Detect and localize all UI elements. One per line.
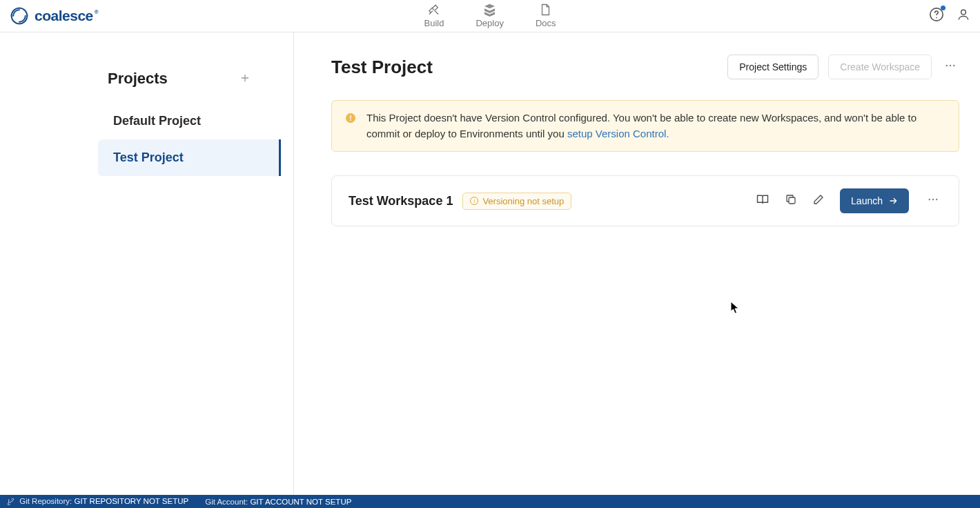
page-header: Test Project Project Settings Create Wor…: [331, 55, 959, 79]
project-list: Default Project Test Project: [98, 103, 281, 176]
body: Projects Default Project Test Project Te…: [0, 32, 980, 495]
header-actions: [929, 7, 970, 25]
svg-point-9: [936, 198, 937, 199]
setup-version-control-link[interactable]: setup Version Control.: [567, 128, 669, 139]
branch-icon: [7, 498, 14, 506]
alert-text: This Project doesn't have Version Contro…: [366, 110, 945, 141]
nav-docs-label: Docs: [536, 18, 556, 28]
workspace-name: Test Workspace 1: [349, 194, 453, 208]
svg-rect-6: [789, 197, 795, 204]
sidebar-item-default-project[interactable]: Default Project: [98, 103, 281, 139]
notification-dot: [941, 6, 945, 10]
launch-label: Launch: [851, 195, 883, 206]
warning-icon: !: [346, 113, 355, 123]
git-account-label: Git Account:: [205, 498, 250, 506]
logo[interactable]: coalesce: [10, 6, 93, 26]
workspace-card: Test Workspace 1 ! Versioning not setup …: [331, 175, 959, 226]
workspace-actions: Launch: [756, 188, 942, 213]
page-title: Test Project: [331, 57, 433, 78]
nav-deploy[interactable]: Deploy: [476, 3, 503, 28]
git-repo-label: Git Repository:: [19, 497, 74, 505]
nav-build-label: Build: [424, 18, 444, 28]
svg-point-5: [953, 64, 954, 66]
main-content: Test Project Project Settings Create Wor…: [294, 32, 980, 495]
sidebar-header: Projects: [108, 70, 281, 88]
nav-deploy-label: Deploy: [476, 18, 503, 28]
create-workspace-button: Create Workspace: [828, 55, 932, 79]
clock-icon: !: [470, 197, 478, 205]
git-account-value: GIT ACCOUNT NOT SETUP: [250, 498, 351, 506]
svg-point-2: [961, 10, 966, 14]
page-actions: Project Settings Create Workspace: [727, 55, 959, 79]
nav-build[interactable]: Build: [424, 3, 444, 28]
svg-point-7: [929, 198, 930, 199]
user-menu[interactable]: [957, 8, 970, 24]
book-open-icon: [756, 193, 770, 206]
add-project-button[interactable]: [239, 72, 253, 86]
brand-name: coalesce: [35, 8, 93, 24]
git-repo-status[interactable]: Git Repository: GIT REPOSITORY NOT SETUP: [7, 497, 188, 505]
project-more-menu[interactable]: [941, 57, 959, 78]
plus-icon: [239, 72, 251, 84]
version-control-warning: ! This Project doesn't have Version Cont…: [331, 100, 959, 152]
sidebar-title: Projects: [108, 70, 168, 88]
pencil-icon: [812, 193, 825, 206]
workspace-more-menu[interactable]: [924, 190, 942, 212]
project-settings-button[interactable]: Project Settings: [727, 55, 819, 79]
coalesce-icon: [10, 6, 29, 26]
sidebar-item-test-project[interactable]: Test Project: [98, 139, 281, 176]
workspace-status-badge: ! Versioning not setup: [462, 193, 571, 210]
user-icon: [957, 8, 970, 21]
docs-icon: [539, 3, 553, 17]
help-button[interactable]: [929, 7, 944, 25]
projects-sidebar: Projects Default Project Test Project: [0, 32, 294, 495]
workspace-badge-text: Versioning not setup: [482, 196, 564, 206]
top-nav: Build Deploy Docs: [424, 0, 556, 32]
duplicate-button[interactable]: [785, 193, 797, 208]
edit-button[interactable]: [812, 193, 825, 208]
app-header: coalesce Build Deploy Docs: [0, 0, 980, 32]
svg-point-3: [946, 64, 948, 66]
svg-point-1: [936, 17, 937, 19]
docs-view-button[interactable]: [756, 193, 770, 209]
more-horizontal-icon: [927, 193, 939, 206]
arrow-right-icon: [888, 196, 898, 206]
svg-point-8: [932, 198, 934, 199]
git-account-status[interactable]: Git Account: GIT ACCOUNT NOT SETUP: [205, 498, 351, 506]
nav-docs[interactable]: Docs: [536, 3, 556, 28]
svg-point-4: [950, 64, 951, 66]
deploy-icon: [483, 3, 497, 17]
status-bar: Git Repository: GIT REPOSITORY NOT SETUP…: [0, 495, 980, 508]
more-horizontal-icon: [944, 59, 957, 72]
launch-button[interactable]: Launch: [840, 188, 909, 213]
git-repo-value: GIT REPOSITORY NOT SETUP: [74, 497, 188, 505]
tools-icon: [427, 3, 441, 17]
copy-icon: [785, 193, 797, 206]
